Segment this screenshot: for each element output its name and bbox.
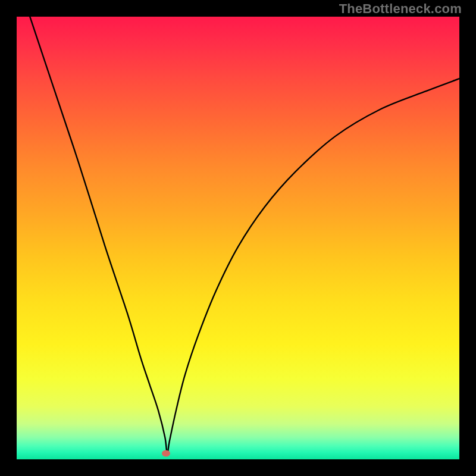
bottleneck-curve [30,17,459,454]
plot-area [17,17,459,459]
watermark-text: TheBottleneck.com [339,1,462,17]
curve-layer [17,17,459,459]
chart-frame: TheBottleneck.com [0,0,476,476]
optimum-marker [162,450,170,456]
